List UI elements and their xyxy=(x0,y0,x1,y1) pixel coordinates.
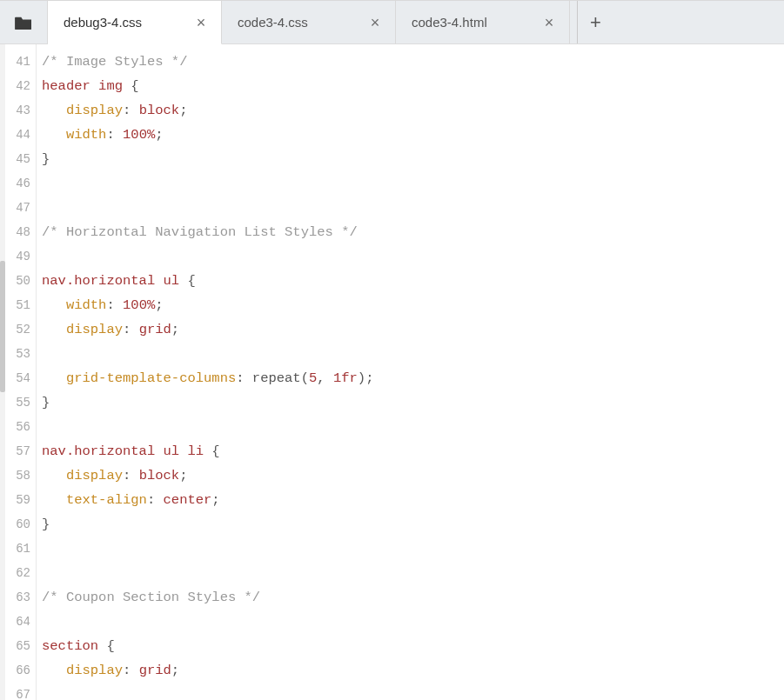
tab-debug3-4-css[interactable]: debug3-4.css× xyxy=(48,1,222,44)
code-line[interactable]: /* Coupon Section Styles */ xyxy=(42,585,784,610)
code-line[interactable] xyxy=(42,683,784,700)
folder-icon xyxy=(14,15,33,30)
code-line[interactable]: nav.horizontal ul { xyxy=(42,269,784,293)
line-number: 48 xyxy=(5,220,36,244)
tab-bar: debug3-4.css×code3-4.css×code3-4.html× + xyxy=(0,1,784,44)
line-number: 51 xyxy=(5,293,36,317)
code-line[interactable] xyxy=(42,171,784,196)
line-number-gutter: 4142434445464748495051525354555657585960… xyxy=(5,44,37,700)
code-line[interactable]: display: grid; xyxy=(42,317,784,342)
line-number: 53 xyxy=(5,342,36,366)
code-line[interactable]: } xyxy=(42,390,784,415)
code-line[interactable] xyxy=(42,610,784,634)
code-line[interactable]: nav.horizontal ul li { xyxy=(42,439,784,463)
line-number: 49 xyxy=(5,244,36,269)
code-line[interactable] xyxy=(42,537,784,561)
close-icon[interactable]: × xyxy=(367,15,383,30)
line-number: 57 xyxy=(5,439,36,463)
line-number: 58 xyxy=(5,463,36,488)
plus-icon: + xyxy=(590,11,601,34)
code-line[interactable] xyxy=(42,561,784,585)
code-line[interactable]: display: grid; xyxy=(42,658,784,683)
code-editor[interactable]: 4142434445464748495051525354555657585960… xyxy=(0,44,784,700)
line-number: 64 xyxy=(5,610,36,634)
minimap-scrollbar[interactable] xyxy=(0,44,5,700)
code-line[interactable] xyxy=(42,196,784,220)
line-number: 60 xyxy=(5,512,36,537)
code-line[interactable]: grid-template-columns: repeat(5, 1fr); xyxy=(42,366,784,390)
line-number: 52 xyxy=(5,317,36,342)
line-number: 54 xyxy=(5,366,36,390)
code-line[interactable]: /* Horizontal Navigation List Styles */ xyxy=(42,220,784,244)
code-line[interactable]: } xyxy=(42,512,784,537)
code-line[interactable] xyxy=(42,415,784,439)
code-line[interactable]: section { xyxy=(42,634,784,658)
line-number: 47 xyxy=(5,196,36,220)
line-number: 44 xyxy=(5,123,36,147)
tab-label: debug3-4.css xyxy=(64,15,142,30)
line-number: 43 xyxy=(5,98,36,123)
code-line[interactable] xyxy=(42,342,784,366)
line-number: 50 xyxy=(5,269,36,293)
code-line[interactable]: width: 100%; xyxy=(42,293,784,317)
open-folder-button[interactable] xyxy=(0,1,48,43)
close-icon[interactable]: × xyxy=(541,15,557,30)
code-line[interactable]: /* Image Styles */ xyxy=(42,50,784,74)
tab-code3-4-css[interactable]: code3-4.css× xyxy=(222,1,396,43)
line-number: 55 xyxy=(5,390,36,415)
editor-window: debug3-4.css×code3-4.css×code3-4.html× +… xyxy=(0,0,784,700)
close-icon[interactable]: × xyxy=(193,15,209,30)
line-number: 41 xyxy=(5,50,36,74)
line-number: 56 xyxy=(5,415,36,439)
code-line[interactable]: width: 100%; xyxy=(42,123,784,147)
line-number: 46 xyxy=(5,171,36,196)
line-number: 67 xyxy=(5,683,36,700)
line-number: 62 xyxy=(5,561,36,585)
tab-label: code3-4.css xyxy=(238,15,308,30)
scrollbar-thumb[interactable] xyxy=(0,261,5,392)
line-number: 61 xyxy=(5,537,36,561)
new-tab-button[interactable]: + xyxy=(577,1,613,43)
code-line[interactable]: text-align: center; xyxy=(42,488,784,512)
code-line[interactable]: header img { xyxy=(42,74,784,98)
code-line[interactable] xyxy=(42,244,784,269)
line-number: 42 xyxy=(5,74,36,98)
code-area[interactable]: /* Image Styles */header img { display: … xyxy=(37,44,784,700)
code-line[interactable]: } xyxy=(42,147,784,171)
tab-code3-4-html[interactable]: code3-4.html× xyxy=(396,1,570,43)
line-number: 65 xyxy=(5,634,36,658)
line-number: 45 xyxy=(5,147,36,171)
tab-label: code3-4.html xyxy=(412,15,487,30)
line-number: 59 xyxy=(5,488,36,512)
line-number: 63 xyxy=(5,585,36,610)
line-number: 66 xyxy=(5,658,36,683)
code-line[interactable]: display: block; xyxy=(42,98,784,123)
code-line[interactable]: display: block; xyxy=(42,463,784,488)
